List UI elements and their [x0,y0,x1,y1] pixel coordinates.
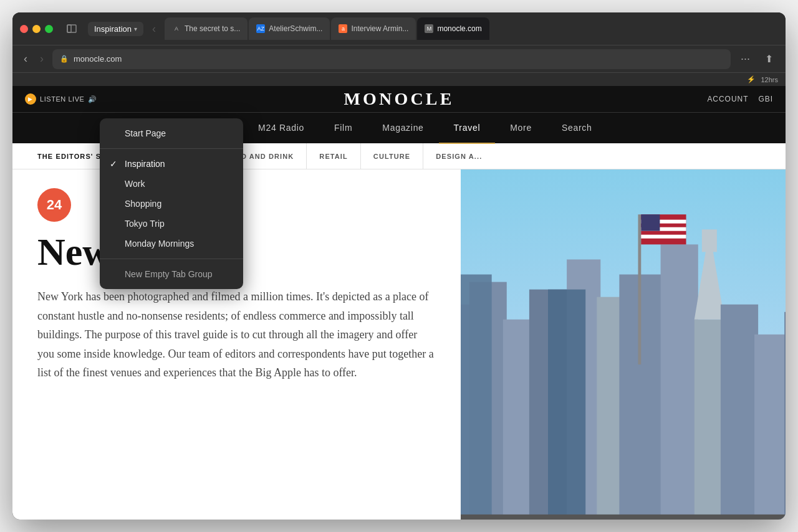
new-tab-group-label: New Empty Tab Group [125,269,213,279]
tab-monocle[interactable]: M monocle.com [417,17,489,40]
close-button[interactable] [20,25,28,33]
browser-window: Inspiration ▾ ‹ A The secret to s... AZ … [12,12,786,520]
dropdown-item-shopping[interactable]: Shopping [100,194,243,214]
tab-favicon-1: A [172,24,181,33]
share-button[interactable]: ⬆ [760,50,778,67]
address-bar-row: ‹ › 🔒 monocle.com ··· ⬆ [12,45,786,72]
tab-group-label: Inspiration [94,24,132,34]
tab-atelier[interactable]: AZ AtelierSchwim... [249,17,330,40]
tab-the-secret[interactable]: A The secret to s... [165,17,248,40]
address-bar[interactable]: 🔒 monocle.com [52,49,731,69]
check-icon: ✓ [110,159,120,169]
tabs-row: A The secret to s... AZ AtelierSchwim...… [165,17,778,40]
tab-label-4: monocle.com [437,24,481,33]
dropdown-item-monday-mornings[interactable]: Monday Mornings [100,234,243,254]
minimize-button[interactable] [32,25,41,33]
title-bar: Inspiration ▾ ‹ A The secret to s... AZ … [12,12,786,45]
dropdown-section-3: New Empty Tab Group [100,259,243,289]
maximize-button[interactable] [45,25,53,33]
work-label: Work [125,179,145,189]
lock-icon: 🔒 [60,55,69,63]
dropdown-section-1: Start Page [100,118,243,148]
url-display: monocle.com [74,54,122,64]
dropdown-overlay: Start Page ✓ Inspiration Work Sh [12,86,786,520]
time-display: 12hrs [761,76,778,83]
tab-interview[interactable]: a Interview Armin... [331,17,416,40]
svg-rect-1 [67,25,76,32]
back-button[interactable]: ‹ [148,20,160,38]
tab-group-dropdown-menu: Start Page ✓ Inspiration Work Sh [100,118,243,289]
webpage: ▶ LISTEN LIVE 🔊 MONOCLE ACCOUNT GBI Shop… [12,86,786,520]
sidebar-toggle-button[interactable] [63,20,80,37]
battery-icon: ⚡ [747,75,756,83]
monday-mornings-label: Monday Mornings [125,239,194,249]
status-bar: ⚡ 12hrs [12,72,786,86]
tab-favicon-4: M [425,24,433,33]
inspiration-label: Inspiration [125,159,165,169]
dropdown-item-new-tab-group[interactable]: New Empty Tab Group [100,264,243,284]
tab-favicon-3: a [339,24,347,33]
svg-rect-0 [67,25,71,32]
tab-group-dropdown[interactable]: Inspiration ▾ [88,22,143,36]
tab-label-2: AtelierSchwim... [269,24,322,33]
dropdown-item-work[interactable]: Work [100,174,243,194]
start-page-label: Start Page [125,128,166,138]
traffic-lights [20,25,53,33]
chevron-down-icon: ▾ [134,26,137,32]
tokyo-trip-label: Tokyo Trip [125,219,165,229]
dropdown-section-2: ✓ Inspiration Work Shopping Tokyo Trip [100,148,243,259]
more-options-button[interactable]: ··· [736,50,755,68]
forward-nav-button[interactable]: › [36,50,47,68]
back-nav-button[interactable]: ‹ [20,50,31,68]
tab-favicon-2: AZ [256,24,265,33]
tab-label-3: Interview Armin... [351,24,408,33]
dropdown-item-inspiration[interactable]: ✓ Inspiration [100,154,243,174]
dropdown-item-tokyo-trip[interactable]: Tokyo Trip [100,214,243,234]
shopping-label: Shopping [125,199,161,209]
tab-label-1: The secret to s... [185,24,240,33]
dropdown-item-start-page[interactable]: Start Page [100,123,243,143]
